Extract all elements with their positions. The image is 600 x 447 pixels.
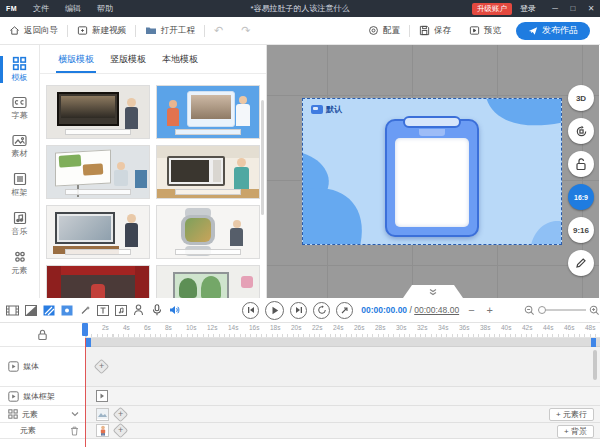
range-end-handle[interactable]	[591, 338, 596, 347]
menu-file[interactable]: 文件	[25, 0, 57, 17]
microphone-icon[interactable]	[150, 304, 163, 317]
add-element-button[interactable]: +	[113, 406, 129, 422]
lock-button[interactable]	[568, 151, 594, 177]
scene-stripes-icon[interactable]	[42, 304, 55, 317]
film-icon[interactable]	[6, 304, 19, 317]
minimize-button[interactable]: ─	[546, 0, 564, 17]
speaker-icon[interactable]	[168, 304, 181, 317]
playhead-line[interactable]	[85, 338, 86, 447]
save-button[interactable]: 保存	[410, 25, 460, 37]
lock-tracks-row[interactable]	[0, 323, 85, 347]
zoom-in-icon[interactable]	[589, 305, 600, 316]
scene-dot-icon[interactable]	[60, 304, 73, 317]
template-thumbnail[interactable]	[46, 85, 150, 139]
add-media-button[interactable]: +	[94, 359, 110, 375]
aspect-16-9-button[interactable]: 16:9	[568, 184, 594, 210]
zoom-slider-knob[interactable]	[538, 306, 546, 314]
range-start-handle[interactable]	[86, 338, 91, 347]
track-label-media[interactable]: 媒体	[0, 347, 85, 387]
open-project-button[interactable]: 打开工程	[136, 17, 204, 44]
config-button[interactable]: 配置	[359, 25, 409, 37]
playhead-handle[interactable]	[82, 323, 88, 336]
template-thumbnail[interactable]	[156, 205, 260, 259]
panel-scrollbar[interactable]	[261, 100, 264, 215]
time-decrease-button[interactable]: −	[465, 304, 477, 316]
music-frame-icon[interactable]	[114, 304, 127, 317]
frame-clip[interactable]	[96, 390, 108, 402]
back-to-wizard-button[interactable]: 返回向导	[0, 17, 67, 44]
tab-vertical-templates[interactable]: 竖版模板	[102, 53, 154, 73]
thumbnail-caption	[65, 249, 130, 255]
sidebar-item-materials[interactable]: 素材	[0, 132, 40, 161]
canvas-stage[interactable]: 默认 3D 16:9 9:16	[267, 45, 599, 298]
sidebar-item-elements[interactable]: 元素	[0, 248, 40, 278]
ruler-label: 12s	[207, 324, 217, 331]
edit-scene-button[interactable]	[568, 250, 594, 276]
fullscreen-preview-button[interactable]	[336, 302, 353, 319]
total-time[interactable]: 00:00:48.00	[414, 305, 459, 315]
elements-track[interactable]: +	[86, 406, 600, 423]
replay-button[interactable]	[313, 302, 330, 319]
media-track[interactable]: +	[86, 347, 600, 387]
magic-wand-icon[interactable]	[78, 304, 91, 317]
template-thumbnail[interactable]	[156, 265, 260, 298]
undo-button[interactable]: ↶	[205, 24, 232, 37]
timeline-ruler[interactable]: 2s4s6s8s10s12s14s16s18s20s22s24s26s28s30…	[86, 323, 600, 338]
zoom-out-icon[interactable]	[524, 305, 535, 316]
template-tabs: 横版模板 竖版模板 本地模板	[40, 45, 266, 74]
add-element-row-button[interactable]: + 元素行	[549, 408, 594, 421]
text-frame-icon[interactable]	[96, 304, 109, 317]
timeline-range-bar[interactable]	[86, 338, 600, 347]
template-thumbnail[interactable]	[156, 85, 260, 139]
template-thumbnail[interactable]	[46, 265, 150, 298]
add-element-row-item-button[interactable]: +	[113, 423, 129, 439]
close-button[interactable]: ✕	[582, 0, 600, 17]
trash-icon[interactable]	[70, 426, 79, 436]
aspect-9-16-button[interactable]: 9:16	[568, 217, 594, 243]
app-window: FM 文件 编辑 帮助 *容易拉肚子的人该注意什么 升级账户 登录 ─ □ ✕ …	[0, 0, 600, 447]
element-row-track[interactable]: +	[86, 423, 600, 439]
upgrade-account-button[interactable]: 升级账户	[472, 3, 512, 15]
rotate-button[interactable]	[568, 118, 594, 144]
add-background-button[interactable]: + 背景	[557, 425, 594, 438]
menu-help[interactable]: 帮助	[89, 0, 121, 17]
track-label-media-frame[interactable]: 媒体框架	[0, 387, 85, 406]
track-scrollbar[interactable]	[593, 350, 597, 380]
character-icon[interactable]	[132, 304, 145, 317]
sidebar-item-frames[interactable]: 框架	[0, 170, 40, 200]
new-video-button[interactable]: 新建视频	[68, 17, 135, 44]
skip-start-button[interactable]	[242, 302, 259, 319]
login-button[interactable]: 登录	[520, 3, 536, 14]
ruler-label: 24s	[333, 324, 343, 331]
chevron-down-icon[interactable]	[71, 411, 79, 417]
preview-button[interactable]: 预览	[460, 25, 510, 37]
image-tool-icon[interactable]	[24, 304, 37, 317]
tab-horizontal-templates[interactable]: 横版模板	[50, 53, 102, 73]
media-frame-track[interactable]	[86, 387, 600, 406]
play-button[interactable]	[265, 301, 284, 320]
maximize-button[interactable]: □	[564, 0, 582, 17]
collapse-panel-tab[interactable]	[403, 285, 463, 298]
tab-local-templates[interactable]: 本地模板	[154, 53, 206, 73]
time-increase-button[interactable]: +	[484, 304, 496, 316]
scene-label[interactable]: 默认	[311, 104, 342, 115]
track-label-element-row[interactable]: 元素	[0, 423, 85, 439]
skip-end-button[interactable]	[290, 302, 307, 319]
menu-edit[interactable]: 编辑	[57, 0, 89, 17]
template-thumbnail[interactable]	[156, 145, 260, 199]
scene-canvas[interactable]: 默认	[302, 98, 562, 245]
3d-button[interactable]: 3D	[568, 85, 594, 111]
sidebar-item-subtitles[interactable]: 字幕	[0, 94, 40, 123]
sidebar-item-templates[interactable]: 模板	[0, 54, 40, 85]
template-thumbnail[interactable]	[46, 145, 150, 199]
ruler-label: 20s	[291, 324, 301, 331]
element-clip-thumbnail[interactable]	[96, 408, 109, 421]
sidebar-item-music[interactable]: 音乐	[0, 209, 40, 239]
redo-button[interactable]: ↷	[232, 24, 259, 37]
template-thumbnail[interactable]	[46, 205, 150, 259]
track-label-elements[interactable]: 元素	[0, 406, 85, 423]
character-clip-thumbnail[interactable]	[96, 424, 109, 437]
clipboard-graphic[interactable]	[385, 119, 479, 237]
zoom-slider[interactable]	[538, 309, 586, 311]
publish-button[interactable]: 发布作品	[516, 22, 590, 40]
